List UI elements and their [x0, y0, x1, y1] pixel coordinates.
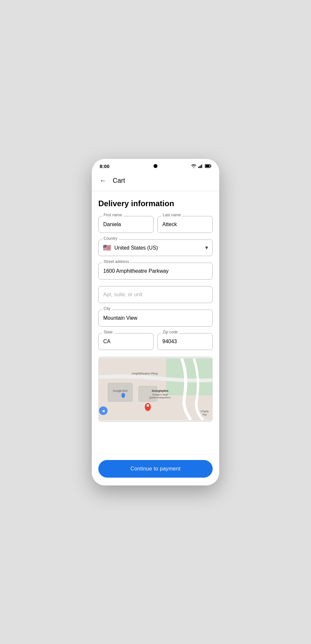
city-field-group: City — [98, 310, 213, 327]
country-group: Country 🇺🇸 United States (US) ▾ — [98, 239, 213, 256]
svg-point-19 — [147, 404, 149, 407]
first-name-input[interactable] — [98, 216, 154, 233]
svg-rect-6 — [205, 165, 210, 167]
header: ← Cart — [92, 172, 219, 191]
name-row: First name Last name — [98, 216, 213, 233]
section-title: Delivery information — [98, 199, 213, 208]
first-name-label: First name — [102, 213, 123, 217]
back-button[interactable]: ← — [98, 176, 107, 186]
country-field-group: Country 🇺🇸 United States (US) ▾ — [98, 239, 213, 256]
last-name-label: Last name — [161, 213, 182, 217]
street-address-group: Street address — [98, 263, 213, 280]
last-name-group: Last name — [157, 216, 213, 233]
status-bar: 8:00 — [92, 159, 219, 172]
state-label: State — [102, 330, 114, 334]
city-label: City — [102, 306, 112, 311]
header-title: Cart — [113, 177, 125, 184]
apt-input[interactable] — [98, 286, 213, 303]
zip-group: Zip code — [157, 333, 213, 350]
continue-to-payment-button[interactable]: Continue to payment — [98, 460, 213, 478]
wifi-icon — [191, 164, 196, 168]
map-container[interactable]: Amphitheatre Pkwy Google B40 Googleplex … — [98, 357, 213, 422]
svg-rect-2 — [201, 165, 202, 168]
svg-rect-8 — [166, 358, 212, 395]
phone-frame: 8:00 ← — [92, 159, 219, 485]
map-svg: Amphitheatre Pkwy Google B40 Googleplex … — [99, 357, 212, 422]
country-label: Country — [102, 236, 119, 241]
zip-input[interactable] — [157, 333, 213, 350]
street-address-input[interactable] — [98, 263, 213, 280]
svg-text:◄: ◄ — [101, 408, 106, 413]
svg-rect-5 — [211, 165, 211, 167]
camera-dot — [154, 164, 157, 168]
state-input[interactable] — [98, 333, 154, 350]
apt-group — [98, 286, 213, 303]
svg-rect-1 — [200, 166, 201, 168]
apt-field-group — [98, 286, 213, 303]
last-name-input[interactable] — [157, 216, 213, 233]
first-name-group: First name — [98, 216, 154, 233]
svg-rect-3 — [202, 164, 203, 168]
bottom-bar: Continue to payment — [92, 454, 219, 485]
street-address-label: Street address — [102, 259, 130, 264]
svg-text:Amphitheatre Pkwy: Amphitheatre Pkwy — [132, 371, 158, 375]
content-area: Delivery information First name Last nam… — [92, 191, 219, 454]
svg-text:Google B40: Google B40 — [113, 389, 128, 392]
zip-label: Zip code — [161, 330, 179, 334]
city-input[interactable] — [98, 310, 213, 327]
svg-text:Googleplex: Googleplex — [152, 389, 169, 392]
back-arrow-icon: ← — [100, 177, 106, 184]
state-group: State — [98, 333, 154, 350]
status-icons — [191, 164, 211, 168]
country-select[interactable]: United States (US) — [98, 239, 213, 256]
status-time: 8:00 — [100, 163, 109, 169]
battery-icon — [205, 164, 211, 168]
svg-text:global headquarters: global headquarters — [149, 396, 171, 399]
signal-icon — [198, 164, 203, 168]
svg-text:Par: Par — [203, 413, 207, 416]
state-zip-row: State Zip code — [98, 333, 213, 350]
svg-text:Google's large: Google's large — [152, 393, 168, 396]
svg-rect-0 — [198, 167, 199, 168]
city-group: City — [98, 310, 213, 327]
country-select-wrapper: 🇺🇸 United States (US) ▾ — [98, 239, 213, 256]
street-address-field-group: Street address — [98, 263, 213, 280]
svg-text:Charle: Charle — [201, 409, 209, 413]
